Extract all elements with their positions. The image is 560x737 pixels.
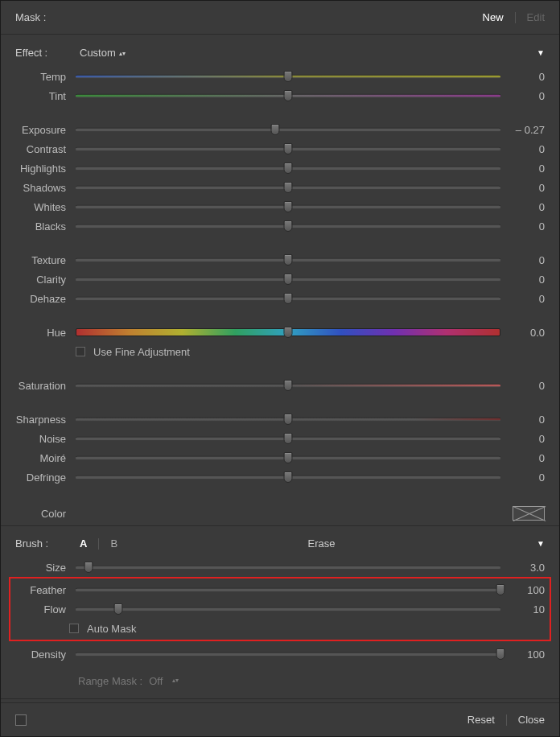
blacks-handle[interactable] (284, 220, 293, 232)
feather-value[interactable]: 100 (500, 584, 545, 596)
slider-dehaze[interactable]: Dehaze0 (15, 289, 545, 308)
shadows-value[interactable]: 0 (500, 182, 545, 194)
hue-value[interactable]: 0.0 (500, 327, 545, 339)
moire-handle[interactable] (284, 452, 293, 463)
tint-handle[interactable] (284, 90, 293, 101)
panel-toggle-switch[interactable] (15, 714, 27, 726)
highlights-handle[interactable] (284, 163, 293, 174)
slider-sharpness[interactable]: Sharpness0 (15, 410, 545, 429)
saturation-value[interactable]: 0 (500, 380, 545, 392)
slider-blacks[interactable]: Blacks0 (15, 216, 545, 236)
auto-mask-row[interactable]: Auto Mask (15, 619, 545, 638)
moire-track[interactable] (76, 452, 500, 463)
noise-handle[interactable] (284, 433, 293, 444)
contrast-track[interactable] (76, 143, 500, 154)
sharpness-value[interactable]: 0 (500, 414, 545, 426)
whites-track[interactable] (76, 201, 500, 212)
density-handle[interactable] (496, 648, 505, 660)
temp-value[interactable]: 0 (500, 71, 545, 83)
exposure-handle[interactable] (271, 124, 280, 135)
clarity-track[interactable] (76, 274, 500, 285)
slider-defringe[interactable]: Defringe0 (15, 467, 545, 487)
dehaze-value[interactable]: 0 (500, 293, 545, 305)
tint-track[interactable] (76, 90, 500, 101)
slider-highlights[interactable]: Highlights0 (15, 159, 545, 178)
slider-exposure[interactable]: Exposure– 0.27 (15, 120, 545, 139)
slider-saturation[interactable]: Saturation0 (15, 376, 545, 395)
temp-handle[interactable] (284, 71, 293, 82)
clarity-value[interactable]: 0 (500, 274, 545, 286)
effect-dropdown[interactable]: Custom▴▾ (80, 47, 126, 59)
slider-density[interactable]: Density100 (15, 644, 545, 664)
highlights-track[interactable] (76, 163, 500, 174)
brush-erase-tab[interactable]: Erase (308, 537, 336, 550)
texture-value[interactable]: 0 (500, 254, 545, 266)
hue-handle[interactable] (284, 327, 293, 338)
highlights-value[interactable]: 0 (500, 163, 545, 175)
feather-handle[interactable] (496, 584, 505, 595)
slider-contrast[interactable]: Contrast0 (15, 139, 545, 159)
reset-button[interactable]: Reset (467, 714, 495, 726)
noise-track[interactable] (76, 433, 500, 444)
moire-value[interactable]: 0 (500, 452, 545, 464)
sharpness-track[interactable] (76, 414, 500, 425)
sharpness-handle[interactable] (284, 414, 293, 425)
range-mask-row[interactable]: Range Mask : Off ▴▾ (1, 664, 559, 699)
color-swatch[interactable] (513, 506, 545, 521)
feather-track[interactable] (76, 584, 500, 595)
slider-feather[interactable]: Feather100 (15, 580, 545, 599)
contrast-handle[interactable] (284, 143, 293, 154)
noise-value[interactable]: 0 (500, 433, 545, 445)
shadows-track[interactable] (76, 182, 500, 193)
exposure-track[interactable] (76, 124, 500, 135)
size-value[interactable]: 3.0 (500, 562, 545, 574)
density-track[interactable] (76, 648, 500, 660)
shadows-handle[interactable] (284, 182, 293, 193)
fine-adjustment-checkbox[interactable] (76, 347, 85, 356)
mask-edit-tab[interactable]: Edit (527, 11, 545, 23)
slider-texture[interactable]: Texture0 (15, 250, 545, 270)
effect-disclosure-icon[interactable]: ▼ (537, 48, 545, 57)
exposure-value[interactable]: – 0.27 (500, 124, 545, 136)
auto-mask-checkbox[interactable] (69, 624, 79, 633)
close-button[interactable]: Close (518, 714, 545, 726)
contrast-value[interactable]: 0 (500, 143, 545, 155)
hue-track[interactable] (76, 327, 500, 338)
brush-b-tab[interactable]: B (110, 537, 117, 550)
slider-moire[interactable]: Moiré0 (15, 448, 545, 467)
flow-value[interactable]: 10 (500, 603, 545, 616)
flow-handle[interactable] (113, 603, 122, 615)
texture-handle[interactable] (284, 254, 293, 266)
slider-size[interactable]: Size3.0 (15, 558, 545, 577)
fine-adjustment-row[interactable]: Use Fine Adjustment (15, 342, 545, 361)
slider-temp[interactable]: Temp0 (15, 67, 545, 86)
slider-hue[interactable]: Hue0.0 (15, 323, 545, 342)
flow-track[interactable] (76, 603, 500, 615)
whites-value[interactable]: 0 (500, 201, 545, 213)
defringe-value[interactable]: 0 (500, 471, 545, 484)
size-track[interactable] (76, 562, 500, 573)
density-value[interactable]: 100 (500, 648, 545, 661)
blacks-value[interactable]: 0 (500, 220, 545, 233)
brush-a-tab[interactable]: A (80, 537, 87, 550)
saturation-handle[interactable] (284, 380, 293, 391)
temp-track[interactable] (76, 71, 500, 82)
slider-noise[interactable]: Noise0 (15, 429, 545, 448)
mask-new-tab[interactable]: New (483, 11, 504, 23)
brush-disclosure-icon[interactable]: ▼ (537, 539, 545, 548)
whites-handle[interactable] (284, 201, 293, 212)
blacks-track[interactable] (76, 220, 500, 232)
slider-flow[interactable]: Flow10 (15, 599, 545, 619)
size-handle[interactable] (84, 562, 93, 573)
slider-clarity[interactable]: Clarity0 (15, 270, 545, 289)
tint-value[interactable]: 0 (500, 90, 545, 102)
saturation-track[interactable] (76, 380, 500, 391)
clarity-handle[interactable] (284, 274, 293, 285)
slider-tint[interactable]: Tint0 (15, 86, 545, 105)
defringe-track[interactable] (76, 471, 500, 483)
dehaze-handle[interactable] (284, 293, 293, 304)
slider-shadows[interactable]: Shadows0 (15, 178, 545, 197)
dehaze-track[interactable] (76, 293, 500, 304)
defringe-handle[interactable] (284, 471, 293, 483)
slider-whites[interactable]: Whites0 (15, 197, 545, 216)
